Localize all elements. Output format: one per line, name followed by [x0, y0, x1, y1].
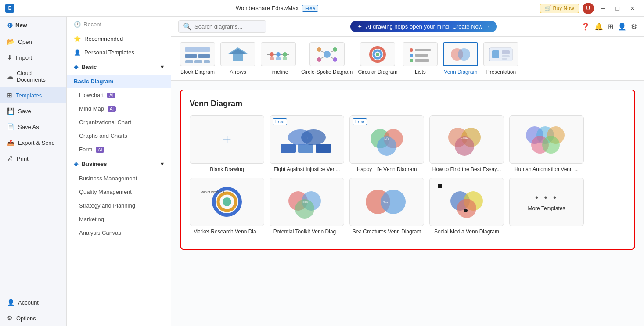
svg-rect-37	[502, 50, 510, 54]
business-mgmt-item[interactable]: Business Management	[67, 172, 171, 185]
template-sea[interactable]: Sea Sea Creatures Venn Diagram	[349, 178, 424, 235]
new-button[interactable]: ⊕ New	[0, 17, 66, 34]
basic-category[interactable]: ◆ Basic ▾	[67, 59, 171, 75]
svg-point-31	[410, 59, 413, 62]
diagram-type-presentation[interactable]: Presentation	[483, 42, 518, 75]
ai-icon: ✦	[357, 23, 362, 30]
svg-rect-36	[492, 50, 499, 58]
essay-name: How to Find the Best Essay...	[429, 166, 504, 172]
graphs-charts-item[interactable]: Graphs and Charts	[67, 129, 171, 143]
create-now-button[interactable]: Create Now →	[453, 23, 490, 30]
bell-icon[interactable]: 🔔	[594, 22, 603, 31]
templates-icon: ⊞	[7, 92, 12, 99]
svg-rect-73	[438, 184, 442, 188]
svg-point-19	[333, 57, 337, 62]
business-collapse-icon: ▾	[161, 161, 164, 167]
sidebar-item-account[interactable]: 👤 Account	[0, 294, 66, 310]
sidebar-item-cloud[interactable]: ☁ Cloud Documents	[0, 65, 66, 87]
minimize-button[interactable]: ─	[597, 3, 609, 14]
app-logo: E	[5, 4, 14, 13]
sidebar-item-import[interactable]: ⬇ Import	[0, 50, 66, 65]
arrows-label: Arrows	[230, 69, 246, 75]
grid-icon[interactable]: ⊞	[608, 22, 613, 31]
market-svg: Market Research	[198, 184, 255, 219]
more-templates-card[interactable]: • • • More Templates	[509, 178, 584, 226]
form-item[interactable]: Form AI	[67, 143, 171, 156]
quality-mgmt-item[interactable]: Quality Management	[67, 185, 171, 199]
template-toolkit[interactable]: Tools Potential Toolkit Venn Diag...	[270, 178, 344, 235]
fight-name: Fight Against Injustice Ven...	[270, 166, 344, 172]
template-more[interactable]: • • • More Templates	[509, 178, 584, 235]
settings-icon[interactable]: ⚙	[631, 22, 637, 31]
help-icon[interactable]: ❓	[581, 22, 590, 31]
org-chart-item[interactable]: Organizational Chart	[67, 115, 171, 129]
sidebar-item-save-as[interactable]: 📄 Save As	[0, 119, 66, 135]
business-category[interactable]: ◈ Business ▾	[67, 156, 171, 172]
ai-banner[interactable]: ✦ AI drawing helps open your mind Create…	[350, 21, 497, 32]
sidebar-item-export[interactable]: 📤 Export & Send	[0, 135, 66, 150]
marketing-item[interactable]: Marketing	[67, 212, 171, 226]
diagram-type-circular[interactable]: Circular Diagram	[358, 42, 397, 75]
more-templates-label: More Templates	[528, 205, 565, 211]
strategy-item[interactable]: Strategy and Planning	[67, 199, 171, 212]
diagram-type-block[interactable]: Block Diagram	[180, 42, 215, 75]
template-market[interactable]: Market Research Market Research Venn Dia…	[190, 178, 264, 235]
template-happy[interactable]: Free Life Happy Life Venn Diagram	[349, 115, 424, 172]
svg-line-20	[320, 51, 324, 52]
maximize-button[interactable]: □	[612, 3, 623, 14]
diagram-type-arrows[interactable]: Arrows	[220, 42, 255, 75]
svg-rect-12	[270, 57, 274, 60]
sidebar-item-options[interactable]: ⚙ Options	[0, 310, 66, 326]
search-input[interactable]	[194, 23, 256, 30]
lists-svg	[407, 45, 433, 64]
svg-point-10	[276, 52, 281, 57]
close-button[interactable]: ✕	[626, 3, 639, 14]
arrows-thumb	[220, 42, 255, 66]
sidebar-spacer	[0, 166, 66, 294]
buy-now-button[interactable]: 🛒 Buy Now	[540, 4, 579, 13]
diagram-type-lists[interactable]: Lists	[403, 42, 438, 75]
svg-point-72	[457, 199, 476, 218]
diagram-type-timeline[interactable]: Timeline	[261, 42, 296, 75]
sidebar-bottom: 👤 Account ⚙ Options	[0, 294, 66, 326]
fight-img: Free ⊕	[270, 115, 344, 164]
form-ai-badge: AI	[96, 147, 104, 153]
svg-rect-4	[194, 60, 202, 63]
presentation-thumb	[483, 42, 518, 66]
analysis-item[interactable]: Analysis Canvas	[67, 226, 171, 240]
circular-thumb	[360, 42, 395, 66]
recommended-item[interactable]: ⭐ Recommended	[67, 32, 171, 46]
diagram-type-venn[interactable]: Venn Diagram	[443, 42, 478, 75]
sidebar-item-save[interactable]: 💾 Save	[0, 103, 66, 119]
mind-map-item[interactable]: Mind Map AI	[67, 102, 171, 115]
svg-rect-32	[415, 59, 429, 62]
personal-templates-item[interactable]: 👤 Personal Templates	[67, 46, 171, 59]
template-automation[interactable]: Human Automation Venn ...	[509, 115, 584, 172]
sidebar-item-open[interactable]: 📂 Open	[0, 34, 66, 50]
user-icon[interactable]: 👤	[618, 22, 626, 31]
flowchart-item[interactable]: Flowchart AI	[67, 88, 171, 102]
happy-svg: Life	[358, 122, 415, 157]
venn-label: Venn Diagram	[444, 69, 477, 75]
timeline-thumb	[261, 42, 296, 66]
user-avatar[interactable]: U	[583, 3, 594, 14]
svg-text:⊕: ⊕	[306, 136, 309, 140]
template-social[interactable]: Social Media Venn Diagram	[429, 178, 504, 235]
cloud-icon: ☁	[7, 73, 13, 80]
svg-rect-40	[281, 144, 296, 153]
svg-rect-39	[502, 58, 507, 60]
fight-svg: ⊕	[278, 122, 335, 157]
venn-svg	[447, 45, 474, 64]
recommended-icon: ⭐	[74, 36, 81, 42]
sidebar: ⊕ New 📂 Open ⬇ Import ☁ Cloud Documents …	[0, 17, 67, 326]
circle-spoke-svg	[314, 45, 340, 64]
sidebar-item-print[interactable]: 🖨 Print	[0, 150, 66, 166]
basic-diagram-item[interactable]: Basic Diagram	[67, 75, 171, 88]
template-fight[interactable]: Free ⊕ Fight Against Injustice Ven...	[270, 115, 344, 172]
template-essay[interactable]: Essay How to Find the Best Essay...	[429, 115, 504, 172]
search-box[interactable]: 🔍	[178, 20, 266, 33]
template-blank[interactable]: ＋ Blank Drawing	[190, 115, 264, 172]
sidebar-item-templates[interactable]: ⊞ Templates	[0, 87, 66, 103]
diagram-type-circle-spoke[interactable]: Circle-Spoke Diagram	[301, 42, 353, 75]
blank-img: ＋	[190, 115, 264, 164]
